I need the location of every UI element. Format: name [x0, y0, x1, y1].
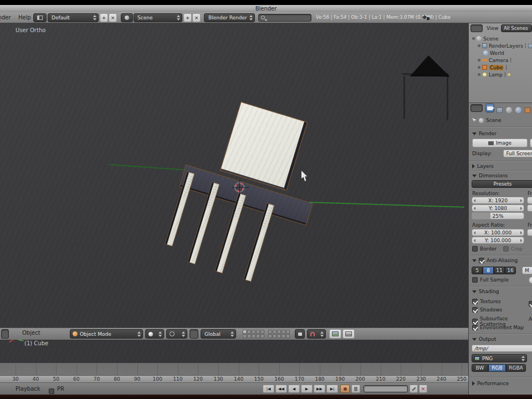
clipped-toggle[interactable]	[529, 277, 532, 284]
keying-set-field[interactable]	[364, 385, 408, 392]
stepper-right-icon[interactable]	[520, 207, 522, 210]
snap-select[interactable]	[307, 329, 326, 339]
stepper-right-icon[interactable]	[520, 231, 522, 234]
aa-filter-select-clipped[interactable]: M	[522, 267, 532, 274]
stepper-right-icon[interactable]	[520, 199, 522, 202]
outliner-item-lamp[interactable]: Lamp |	[478, 71, 510, 78]
outliner-item-cube[interactable]: Cube |	[478, 64, 507, 71]
chair-backrest[interactable]	[221, 103, 307, 191]
crop-checkbox[interactable]	[503, 246, 509, 252]
border-checkbox-row[interactable]: Border	[472, 246, 497, 252]
clipped-stepper[interactable]	[527, 197, 532, 204]
color-mode-rgba[interactable]: RGBA	[506, 364, 526, 372]
timeline-editor[interactable]: 3040506070809010011012013014015016017018…	[0, 363, 468, 395]
chair-leg[interactable]	[165, 172, 194, 246]
add-layout-button[interactable]: +	[100, 13, 108, 22]
insert-keyframe-button[interactable]	[410, 385, 418, 393]
envmap-checkbox[interactable]	[472, 325, 478, 330]
lock-to-scene-button[interactable]	[295, 329, 305, 339]
remove-layout-button[interactable]: ×	[109, 13, 117, 22]
properties-editor[interactable]: Scene Render Image Display: Full Screen …	[469, 103, 532, 395]
render-panel-header[interactable]: Render	[472, 131, 497, 136]
output-path-field[interactable]: /tmp/	[472, 345, 532, 352]
expand-icon[interactable]	[478, 44, 480, 47]
playback-menu[interactable]: Playback	[16, 383, 40, 395]
chair-leg[interactable]	[244, 203, 274, 282]
crop-checkbox-row[interactable]: Crop	[503, 246, 523, 252]
tab-object[interactable]	[525, 105, 531, 111]
jump-to-end-button[interactable]: ▶|	[326, 385, 338, 393]
timeline-canvas[interactable]	[0, 363, 468, 376]
render-opengl-button[interactable]	[329, 329, 341, 339]
aspect-y-stepper[interactable]: Y: 100.000	[472, 237, 524, 244]
output-panel-header[interactable]: Output	[472, 336, 496, 342]
menu-render[interactable]: Render	[0, 12, 11, 23]
border-checkbox[interactable]	[472, 246, 478, 252]
tab-world[interactable]	[515, 105, 522, 111]
outliner-editor[interactable]: View All Scenes Scene RenderLayers | Wor…	[469, 23, 532, 103]
layers-panel-header[interactable]: Layers	[472, 163, 494, 169]
resolution-x-stepper[interactable]: X: 1920	[472, 197, 524, 204]
3d-viewport[interactable]: User Ortho (1) Cube	[0, 23, 468, 363]
outliner-item-camera[interactable]: Camera |	[478, 57, 511, 64]
performance-panel-header[interactable]: Performance	[472, 381, 509, 386]
search-input[interactable]	[258, 14, 311, 22]
sync-button[interactable]	[351, 385, 360, 393]
shadows-checkbox[interactable]	[472, 307, 478, 313]
aa-enable-checkbox[interactable]	[479, 258, 484, 263]
outliner-item-scene[interactable]: Scene	[472, 35, 498, 42]
stepper-left-icon[interactable]	[474, 199, 475, 202]
delete-keyframe-button[interactable]: ✕	[419, 385, 427, 393]
screen-layout-select[interactable]: Default	[48, 13, 99, 22]
color-mode-rgb[interactable]: RGB	[488, 364, 506, 372]
shadows-row[interactable]: Shadows	[472, 307, 502, 313]
editor-type-icon[interactable]	[1, 329, 9, 339]
properties-editor-type-icon[interactable]	[470, 104, 483, 112]
color-mode-bw[interactable]: BW	[472, 364, 488, 372]
jump-to-start-button[interactable]: |◀	[263, 385, 274, 393]
object-menu[interactable]: Object	[22, 328, 40, 339]
screen-layout-icon[interactable]	[33, 13, 47, 22]
outliner-item-renderlayers[interactable]: RenderLayers |	[478, 42, 532, 49]
resolution-y-stepper[interactable]: Y: 1080	[472, 204, 524, 212]
resolution-percent-slider[interactable]: 25%	[472, 212, 524, 219]
remove-scene-button[interactable]: ×	[192, 13, 201, 22]
mode-select[interactable]: Object Mode	[70, 329, 143, 339]
shading-panel-header[interactable]: Shading	[472, 289, 499, 294]
expand-icon[interactable]	[478, 59, 480, 62]
tab-scene[interactable]	[506, 105, 513, 111]
manipulator-toggle-icon[interactable]	[190, 329, 198, 339]
expand-icon[interactable]	[472, 37, 475, 40]
textures-checkbox[interactable]	[472, 299, 478, 304]
expand-icon[interactable]	[478, 73, 480, 76]
render-toggle-icon[interactable]	[528, 44, 532, 48]
chair-leg[interactable]	[215, 193, 245, 273]
sss-checkbox[interactable]	[472, 319, 478, 324]
aa-panel-header[interactable]: Anti-Aliasing	[472, 258, 518, 263]
play-button[interactable]: ▶	[301, 385, 313, 393]
menu-help[interactable]: Help	[18, 12, 31, 23]
scene-name-select[interactable]: Scene	[134, 13, 182, 22]
pivot-point-select[interactable]	[166, 329, 187, 339]
timeline-ruler[interactable]: 3040506070809010011012013014015016017018…	[0, 376, 468, 383]
full-sample-checkbox[interactable]	[472, 277, 478, 283]
file-format-select[interactable]: PNG	[472, 354, 527, 362]
render-animation-button-clipped[interactable]	[530, 139, 532, 147]
clipped-checkbox[interactable]	[529, 301, 532, 306]
next-keyframe-button[interactable]: ▶▶	[314, 385, 325, 393]
stepper-left-icon[interactable]	[474, 239, 475, 242]
render-engine-select[interactable]: Blender Render	[204, 13, 255, 22]
aa-samples-16[interactable]: 16	[505, 267, 516, 274]
add-scene-button[interactable]: +	[183, 13, 192, 22]
lamp-cone-silhouette[interactable]	[408, 53, 450, 81]
render-image-button[interactable]: Image	[472, 139, 528, 147]
outliner-item-world[interactable]: World	[483, 49, 504, 57]
outliner-view-menu[interactable]: View	[487, 25, 498, 31]
stepper-left-icon[interactable]	[474, 231, 475, 234]
display-mode-select[interactable]: Full Screen	[503, 150, 532, 157]
layers-grid-2[interactable]	[268, 330, 290, 338]
chair-leg[interactable]	[188, 182, 219, 264]
tab-render-layers[interactable]	[497, 105, 503, 111]
expand-icon[interactable]	[478, 66, 480, 69]
clipped-stepper[interactable]	[527, 204, 532, 212]
